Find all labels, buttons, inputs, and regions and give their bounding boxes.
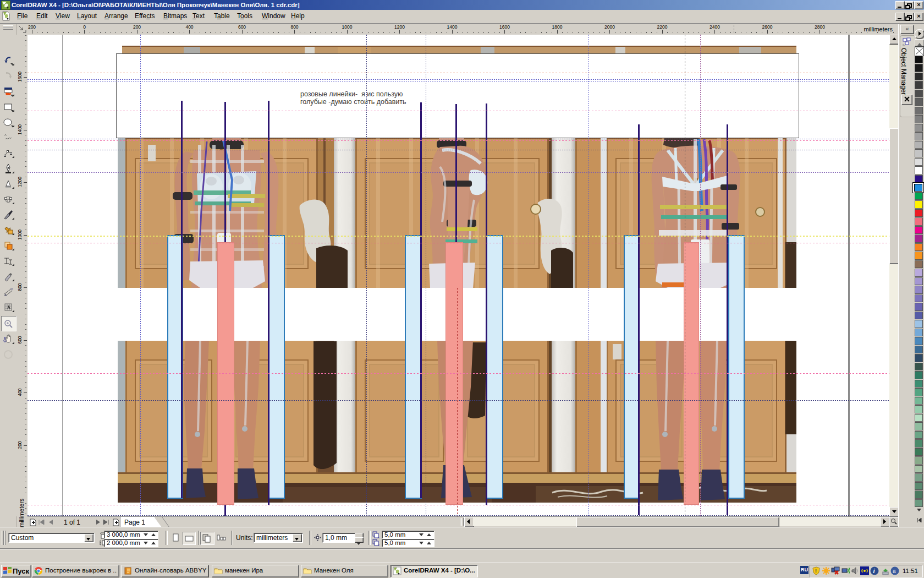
svg-text:!: ! — [815, 568, 817, 574]
svg-text:x: x — [378, 536, 380, 538]
svg-text:a: a — [893, 568, 896, 574]
svg-text:y: y — [378, 543, 380, 546]
